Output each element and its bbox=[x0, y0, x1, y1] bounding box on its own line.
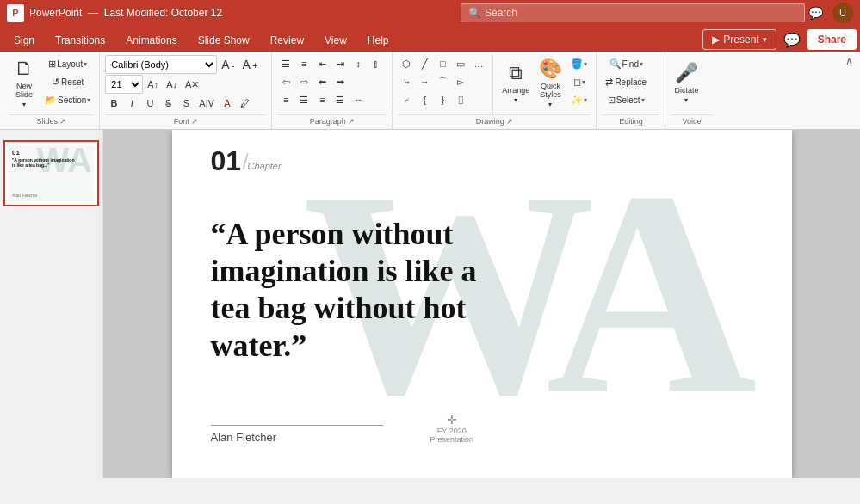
slides-col: ⊞ Layout ▾ ↺ Reset 📂 Section ▾ bbox=[41, 55, 94, 108]
strikethrough-button[interactable]: S̶ bbox=[159, 95, 176, 112]
slide-thumbnail[interactable]: WA 01 "A person without imagination is l… bbox=[3, 140, 99, 206]
align-text-left-button[interactable]: ≡ bbox=[277, 91, 294, 108]
align-text-right-button[interactable]: ≡ bbox=[313, 91, 331, 108]
slide-footer-plus: ✛ bbox=[430, 413, 474, 427]
columns-button[interactable]: ⫿ bbox=[368, 55, 385, 72]
clear-format-button[interactable]: A✕ bbox=[182, 76, 202, 93]
find-icon: 🔍 bbox=[609, 58, 622, 70]
arrange-arrow: ▾ bbox=[514, 96, 517, 104]
reset-button[interactable]: ↺ Reset bbox=[41, 73, 94, 90]
voice-content: 🎤 Dictate ▾ bbox=[671, 55, 712, 114]
titlebar: P PowerPoint — Last Modified: October 12… bbox=[0, 0, 860, 26]
select-label: Select bbox=[616, 95, 640, 105]
app-name: PowerPoint bbox=[29, 7, 82, 19]
shape-fill-button[interactable]: 🪣 ▾ bbox=[567, 55, 591, 72]
present-button[interactable]: ▶ Present ▾ bbox=[702, 29, 776, 50]
thumbnail-content: WA 01 "A person without imagination is l… bbox=[9, 145, 94, 201]
bold-button[interactable]: B bbox=[105, 95, 122, 112]
share-button[interactable]: Share bbox=[807, 29, 857, 50]
drawing-expand-icon[interactable]: ↗ bbox=[506, 117, 513, 126]
bracket-right-button[interactable]: } bbox=[434, 91, 451, 108]
shapes-more-button[interactable]: … bbox=[470, 55, 487, 72]
select-button[interactable]: ⊡ Select ▾ bbox=[602, 91, 650, 108]
present-dropdown-icon: ▾ bbox=[763, 35, 767, 44]
shapes-more2-button[interactable]: ▻ bbox=[452, 73, 469, 90]
main-area: WA 01 "A person without imagination is l… bbox=[0, 130, 860, 478]
align-center-button[interactable]: ☰ bbox=[295, 91, 312, 108]
user-avatar[interactable]: U bbox=[832, 3, 853, 23]
rounded-rect-button[interactable]: ▭ bbox=[452, 55, 469, 72]
section-button[interactable]: 📂 Section ▾ bbox=[41, 91, 94, 108]
italic-button[interactable]: I bbox=[123, 95, 140, 112]
para-row1: ☰ ≡ ⇤ ⇥ ↕ ⫿ bbox=[277, 55, 385, 72]
slides-expand-icon[interactable]: ↗ bbox=[59, 117, 66, 126]
align-left-button[interactable]: ⬅ bbox=[313, 73, 331, 90]
decrease-indent-button[interactable]: ⇤ bbox=[313, 55, 331, 72]
feedback-icon[interactable]: 💬 bbox=[805, 3, 826, 23]
new-slide-arrow: ▾ bbox=[22, 101, 26, 108]
quick-styles-arrow: ▾ bbox=[548, 101, 552, 108]
align-right-button[interactable]: ➡ bbox=[331, 73, 349, 90]
line-spacing-button[interactable]: ↕ bbox=[350, 55, 367, 72]
shape-select-button[interactable]: ⬡ bbox=[398, 55, 415, 72]
numbered-list-button[interactable]: ≡ bbox=[295, 55, 312, 72]
bracket-left-button[interactable]: { bbox=[416, 91, 433, 108]
dictate-button[interactable]: 🎤 Dictate ▾ bbox=[671, 55, 702, 110]
shape-outline-button[interactable]: ◻ ▾ bbox=[567, 73, 591, 90]
shapes-more3-button[interactable]: ⌷ bbox=[452, 91, 469, 108]
search-input[interactable]: Search bbox=[485, 7, 797, 19]
rtl-button[interactable]: ⇦ bbox=[277, 73, 294, 90]
paragraph-label: Paragraph ↗ bbox=[277, 114, 387, 126]
arrange-button[interactable]: ⧉ Arrange ▾ bbox=[498, 55, 533, 110]
curved-button[interactable]: ⌒ bbox=[434, 73, 451, 90]
section-arrow: ▾ bbox=[87, 96, 90, 104]
line-button[interactable]: ╱ bbox=[416, 55, 433, 72]
tab-review[interactable]: Review bbox=[260, 29, 314, 52]
decrease-font-button[interactable]: A↓ bbox=[163, 76, 181, 93]
ribbon-collapse-button[interactable]: ∧ bbox=[845, 55, 853, 67]
tab-slideshow[interactable]: Slide Show bbox=[188, 29, 260, 52]
tab-view[interactable]: View bbox=[314, 29, 357, 52]
shape-effects-button[interactable]: ✨ ▾ bbox=[567, 91, 591, 108]
freeform-button[interactable]: ⌿ bbox=[398, 91, 415, 108]
increase-font-button[interactable]: A↑ bbox=[144, 76, 162, 93]
justify-button[interactable]: ☰ bbox=[331, 91, 349, 108]
char-spacing-button[interactable]: A|V bbox=[195, 95, 218, 112]
tab-help[interactable]: Help bbox=[357, 29, 399, 52]
font-row2: 21 A↑ A↓ A✕ bbox=[105, 75, 261, 94]
drawing-section: ⬡ ╱ □ ▭ … ⤷ → ⌒ ▻ ⌿ { } bbox=[393, 52, 597, 129]
para-spacing-button[interactable]: ↔ bbox=[350, 91, 367, 108]
font-expand-icon[interactable]: ↗ bbox=[191, 117, 198, 126]
font-size-decrease-button[interactable]: A- bbox=[218, 56, 238, 73]
tab-sign[interactable]: Sign bbox=[3, 29, 45, 52]
section-label: Section bbox=[58, 95, 86, 105]
slides-panel: WA 01 "A person without imagination is l… bbox=[0, 130, 103, 478]
shadow-button[interactable]: S bbox=[177, 95, 195, 112]
underline-button[interactable]: U bbox=[141, 95, 158, 112]
find-button[interactable]: 🔍 Find ▾ bbox=[602, 55, 650, 72]
tab-animations[interactable]: Animations bbox=[115, 29, 187, 52]
quick-styles-button[interactable]: 🎨 QuickStyles ▾ bbox=[535, 55, 566, 110]
search-box[interactable]: 🔍 Search bbox=[461, 3, 805, 22]
slide[interactable]: WA 01 / Chapter “A person without imagin… bbox=[172, 130, 792, 478]
new-slide-label: NewSlide bbox=[15, 82, 33, 99]
font-size-increase-button[interactable]: A+ bbox=[239, 56, 262, 73]
chat-button[interactable]: 💬 bbox=[780, 29, 804, 50]
rect-button[interactable]: □ bbox=[434, 55, 451, 72]
arrow-button[interactable]: → bbox=[416, 73, 433, 90]
layout-button[interactable]: ⊞ Layout ▾ bbox=[41, 55, 94, 72]
ltr-button[interactable]: ⇨ bbox=[295, 73, 312, 90]
new-slide-button[interactable]: 🗋 NewSlide ▾ bbox=[9, 55, 40, 110]
font-color-button[interactable]: A bbox=[219, 95, 236, 112]
paragraph-expand-icon[interactable]: ↗ bbox=[348, 117, 355, 126]
font-size-select[interactable]: 21 bbox=[105, 75, 143, 94]
highlight-button[interactable]: 🖊 bbox=[237, 95, 254, 112]
bullets-button[interactable]: ☰ bbox=[277, 55, 294, 72]
dictate-label: Dictate bbox=[674, 86, 698, 95]
replace-button[interactable]: ⇄ Replace bbox=[602, 73, 650, 90]
elbow-button[interactable]: ⤷ bbox=[398, 73, 415, 90]
tab-transitions[interactable]: Transitions bbox=[45, 29, 115, 52]
font-name-select[interactable]: Calibri (Body) bbox=[105, 55, 217, 74]
slide-chapter: Chapter bbox=[248, 161, 282, 171]
increase-indent-button[interactable]: ⇥ bbox=[331, 55, 349, 72]
